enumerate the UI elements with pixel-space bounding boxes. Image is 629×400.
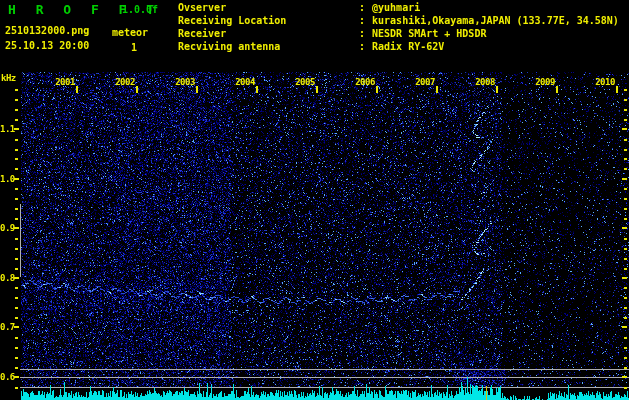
station-info-label: Recviving antenna	[178, 40, 359, 53]
colon-separator: :	[359, 14, 365, 27]
station-info-row: Ovserver:@yuhmari	[178, 1, 619, 14]
output-filename: 2510132000.png	[5, 25, 89, 36]
station-info-label: Receiver	[178, 27, 359, 40]
colon-separator: :	[359, 40, 365, 53]
app-version: 1.0.0f	[122, 4, 158, 15]
station-info-row: Receiving Location:kurashiki,Okayama,JAP…	[178, 14, 619, 27]
station-info-value: @yuhmari	[372, 1, 420, 14]
colon-separator: :	[359, 27, 365, 40]
spectrogram-canvas	[0, 0, 629, 400]
meteor-count: 1	[131, 42, 137, 53]
station-info-value: kurashiki,Okayama,JAPAN (133.77E, 34.58N…	[372, 14, 619, 27]
station-info-label: Receiving Location	[178, 14, 359, 27]
observation-datetime: 25.10.13 20:00	[5, 40, 89, 51]
colon-separator: :	[359, 1, 365, 14]
station-info-row: Recviving antenna:Radix RY-62V	[178, 40, 619, 53]
station-info-label: Ovserver	[178, 1, 359, 14]
hrofft-window: kHz 1.11.00.90.80.70.6200120022003200420…	[0, 0, 629, 400]
station-info-row: Receiver:NESDR SMArt + HDSDR	[178, 27, 619, 40]
mode-label: meteor	[112, 27, 148, 38]
station-info-value: Radix RY-62V	[372, 40, 444, 53]
station-info: Ovserver:@yuhmariReceiving Location:kura…	[178, 1, 619, 53]
station-info-value: NESDR SMArt + HDSDR	[372, 27, 486, 40]
